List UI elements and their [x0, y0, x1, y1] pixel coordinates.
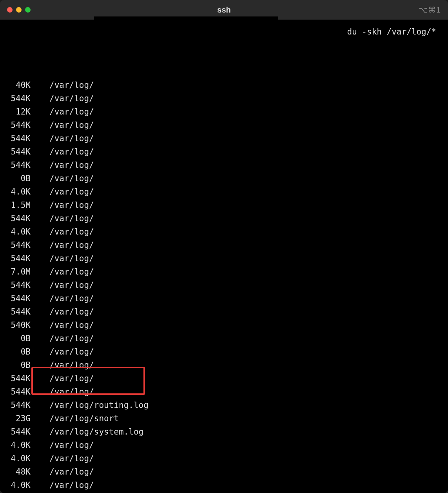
path-value: /var/log/	[49, 158, 94, 172]
output-row: 544K/var/log/routing.log	[3, 398, 445, 412]
path-value: /var/log/	[49, 465, 94, 478]
command-line: du -skh /var/log/*	[347, 25, 436, 38]
path-value: /var/log/	[49, 278, 94, 292]
size-value: 544K	[3, 292, 31, 305]
size-value: 4.0K	[3, 452, 31, 465]
path-value: /var/log/	[49, 78, 94, 92]
output-row: 0B/var/log/	[3, 332, 445, 345]
output-row: 0B/var/log/	[3, 358, 445, 372]
size-value: 544K	[3, 158, 31, 172]
output-row: 544K/var/log/	[3, 252, 445, 265]
size-value: 4.0K	[3, 225, 31, 238]
output-row: 544K/var/log/system.log	[3, 425, 445, 438]
size-value: 544K	[3, 398, 31, 412]
path-value: /var/log/	[49, 438, 94, 452]
size-value: 40K	[3, 78, 31, 92]
path-value: /var/log/	[49, 372, 94, 385]
path-value: /var/log/	[49, 118, 94, 132]
output-row: 544K/var/log/	[3, 145, 445, 158]
output-row: 544K/var/log/	[3, 305, 445, 318]
size-value: 544K	[3, 425, 31, 438]
output-row: 544K/var/log/	[3, 385, 445, 398]
path-value: /var/log/	[49, 478, 94, 492]
maximize-button[interactable]	[25, 7, 31, 13]
path-value: /var/log/	[49, 105, 94, 118]
path-value: /var/log/	[49, 185, 94, 198]
size-value: 23G	[3, 412, 31, 425]
path-value: /var/log/	[49, 358, 94, 372]
output-row: 544K/var/log/	[3, 212, 445, 225]
size-value: 544K	[3, 305, 31, 318]
size-value: 1.5M	[3, 198, 31, 212]
size-value: 7.0M	[3, 265, 31, 278]
size-value: 4.0K	[3, 478, 31, 492]
path-value: /var/log/	[49, 212, 94, 225]
size-value: 0B	[3, 172, 31, 185]
output-row: 48K/var/log/	[3, 465, 445, 478]
close-button[interactable]	[7, 7, 13, 13]
minimize-button[interactable]	[16, 7, 22, 13]
output-row: 4.0K/var/log/	[3, 225, 445, 238]
output-row: 0B/var/log/	[3, 172, 445, 185]
output-row: 7.0M/var/log/	[3, 265, 445, 278]
terminal-window: ssh ⌥⌘1 du -skh /var/log/* 40K/var/log/5…	[0, 0, 448, 493]
path-value: /var/log/routing.log	[49, 398, 149, 412]
output-row: 544K/var/log/	[3, 132, 445, 145]
size-value: 544K	[3, 252, 31, 265]
output-row: 544K/var/log/	[3, 372, 445, 385]
path-value: /var/log/system.log	[49, 425, 143, 438]
output-row: 544K/var/log/	[3, 158, 445, 172]
path-value: /var/log/snort	[49, 412, 119, 425]
path-value: /var/log/	[49, 345, 94, 358]
size-value: 544K	[3, 92, 31, 105]
path-value: /var/log/	[49, 198, 94, 212]
output-row: 540K/var/log/	[3, 318, 445, 332]
output-row: 544K/var/log/	[3, 118, 445, 132]
size-value: 544K	[3, 372, 31, 385]
path-value: /var/log/	[49, 332, 94, 345]
size-value: 0B	[3, 345, 31, 358]
path-value: /var/log/	[49, 145, 94, 158]
output-row: 12K/var/log/	[3, 105, 445, 118]
output-row: 4.0K/var/log/	[3, 478, 445, 492]
path-value: /var/log/	[49, 92, 94, 105]
path-value: /var/log/	[49, 292, 94, 305]
active-tab[interactable]	[94, 16, 278, 23]
output-row: 40K/var/log/	[3, 78, 445, 92]
size-value: 540K	[3, 318, 31, 332]
path-value: /var/log/	[49, 305, 94, 318]
size-value: 544K	[3, 132, 31, 145]
output-row: 1.5M/var/log/	[3, 198, 445, 212]
size-value: 48K	[3, 465, 31, 478]
size-value: 0B	[3, 332, 31, 345]
path-value: /var/log/	[49, 385, 94, 398]
output-row: 544K/var/log/	[3, 292, 445, 305]
path-value: /var/log/	[49, 252, 94, 265]
size-value: 544K	[3, 385, 31, 398]
output-row: 4.0K/var/log/	[3, 185, 445, 198]
size-value: 12K	[3, 105, 31, 118]
output-rows: 40K/var/log/544K/var/log/12K/var/log/544…	[3, 65, 445, 493]
terminal-viewport[interactable]: du -skh /var/log/* 40K/var/log/544K/var/…	[0, 23, 448, 493]
size-value: 4.0K	[3, 438, 31, 452]
size-value: 544K	[3, 118, 31, 132]
path-value: /var/log/	[49, 452, 94, 465]
output-row: 544K/var/log/	[3, 92, 445, 105]
path-value: /var/log/	[49, 132, 94, 145]
output-row: 23G/var/log/snort	[3, 412, 445, 425]
size-value: 544K	[3, 212, 31, 225]
path-value: /var/log/	[49, 172, 94, 185]
hotkey-indicator: ⌥⌘1	[419, 5, 441, 15]
path-value: /var/log/	[49, 225, 94, 238]
output-row: 0B/var/log/	[3, 345, 445, 358]
output-row: 4.0K/var/log/	[3, 452, 445, 465]
window-title: ssh	[0, 5, 448, 15]
size-value: 0B	[3, 358, 31, 372]
tab-strip	[0, 20, 448, 23]
output-row: 544K/var/log/	[3, 278, 445, 292]
size-value: 4.0K	[3, 185, 31, 198]
size-value: 544K	[3, 145, 31, 158]
path-value: /var/log/	[49, 265, 94, 278]
traffic-lights	[7, 7, 31, 13]
size-value: 544K	[3, 238, 31, 252]
